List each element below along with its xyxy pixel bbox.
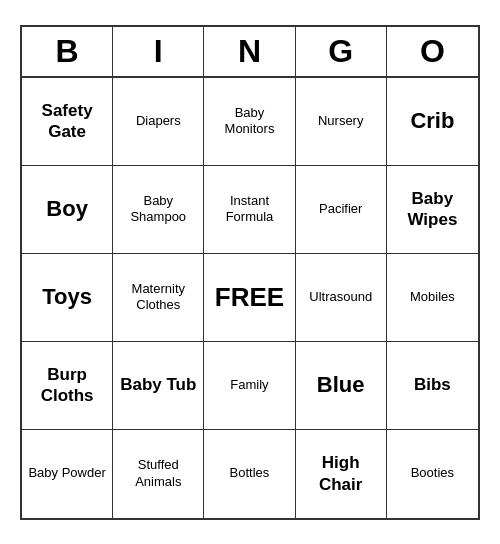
bingo-cell[interactable]: Diapers xyxy=(113,78,204,166)
bingo-grid: Safety GateDiapersBaby MonitorsNurseryCr… xyxy=(22,78,478,518)
bingo-cell[interactable]: Bibs xyxy=(387,342,478,430)
header-letter: G xyxy=(296,27,387,76)
cell-text: Bottles xyxy=(230,465,270,481)
bingo-cell[interactable]: Blue xyxy=(296,342,387,430)
bingo-cell[interactable]: Nursery xyxy=(296,78,387,166)
cell-text: Baby Monitors xyxy=(208,105,290,138)
bingo-cell[interactable]: Boy xyxy=(22,166,113,254)
bingo-cell[interactable]: Crib xyxy=(387,78,478,166)
cell-text: Maternity Clothes xyxy=(117,281,199,314)
bingo-cell[interactable]: Baby Powder xyxy=(22,430,113,518)
cell-text: Stuffed Animals xyxy=(117,457,199,490)
cell-text: Booties xyxy=(411,465,454,481)
bingo-cell[interactable]: Family xyxy=(204,342,295,430)
bingo-cell[interactable]: Burp Cloths xyxy=(22,342,113,430)
header-letter: O xyxy=(387,27,478,76)
header-letter: I xyxy=(113,27,204,76)
cell-text: Pacifier xyxy=(319,201,362,217)
bingo-cell[interactable]: Baby Wipes xyxy=(387,166,478,254)
cell-text: Family xyxy=(230,377,268,393)
cell-text: High Chair xyxy=(300,452,382,495)
bingo-cell[interactable]: Booties xyxy=(387,430,478,518)
bingo-cell[interactable]: Maternity Clothes xyxy=(113,254,204,342)
bingo-cell[interactable]: Safety Gate xyxy=(22,78,113,166)
cell-text: Toys xyxy=(42,283,92,311)
cell-text: Baby Wipes xyxy=(391,188,474,231)
bingo-cell[interactable]: Baby Shampoo xyxy=(113,166,204,254)
cell-text: Burp Cloths xyxy=(26,364,108,407)
cell-text: Diapers xyxy=(136,113,181,129)
bingo-cell[interactable]: High Chair xyxy=(296,430,387,518)
bingo-cell[interactable]: Toys xyxy=(22,254,113,342)
cell-text: Instant Formula xyxy=(208,193,290,226)
header-letter: N xyxy=(204,27,295,76)
bingo-cell[interactable]: Baby Tub xyxy=(113,342,204,430)
cell-text: Baby Tub xyxy=(120,374,196,395)
bingo-cell[interactable]: Stuffed Animals xyxy=(113,430,204,518)
cell-text: Ultrasound xyxy=(309,289,372,305)
bingo-cell[interactable]: Baby Monitors xyxy=(204,78,295,166)
bingo-cell[interactable]: Instant Formula xyxy=(204,166,295,254)
bingo-cell[interactable]: Mobiles xyxy=(387,254,478,342)
bingo-cell[interactable]: FREE xyxy=(204,254,295,342)
cell-text: Boy xyxy=(46,195,88,223)
cell-text: Mobiles xyxy=(410,289,455,305)
cell-text: Baby Shampoo xyxy=(117,193,199,226)
bingo-cell[interactable]: Pacifier xyxy=(296,166,387,254)
bingo-cell[interactable]: Ultrasound xyxy=(296,254,387,342)
cell-text: Baby Powder xyxy=(28,465,105,481)
bingo-cell[interactable]: Bottles xyxy=(204,430,295,518)
cell-text: Bibs xyxy=(414,374,451,395)
bingo-header: BINGO xyxy=(22,27,478,78)
header-letter: B xyxy=(22,27,113,76)
cell-text: Safety Gate xyxy=(26,100,108,143)
cell-text: Blue xyxy=(317,371,365,399)
cell-text: Crib xyxy=(410,107,454,135)
bingo-card: BINGO Safety GateDiapersBaby MonitorsNur… xyxy=(20,25,480,520)
cell-text: Nursery xyxy=(318,113,364,129)
cell-text: FREE xyxy=(215,281,284,314)
